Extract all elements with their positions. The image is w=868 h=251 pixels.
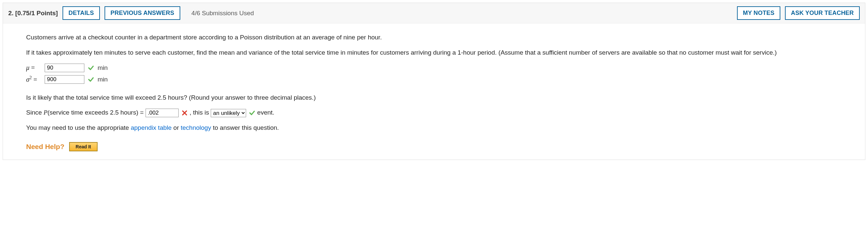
check-icon	[88, 64, 94, 71]
question-body: Customers arrive at a checkout counter i…	[3, 24, 865, 160]
variance-row: σ2 = min	[26, 75, 842, 84]
question-container: 2. [0.75/1 Points] DETAILS PREVIOUS ANSW…	[3, 3, 865, 160]
intro-text: Customers arrive at a checkout counter i…	[26, 33, 842, 42]
technology-link[interactable]: technology	[181, 124, 211, 131]
part1-text: If it takes approximately ten minutes to…	[26, 48, 842, 57]
appendix-note: You may need to use the appropriate appe…	[26, 123, 842, 133]
check-icon	[88, 76, 94, 83]
cross-icon	[181, 110, 188, 116]
ask-teacher-button[interactable]: ASK YOUR TEACHER	[785, 6, 860, 20]
probability-sentence: Since P(service time exceeds 2.5 hours) …	[26, 108, 842, 117]
read-it-button[interactable]: Read It	[69, 142, 98, 151]
need-help-label: Need Help?	[26, 142, 64, 152]
question-number-points: 2. [0.75/1 Points]	[8, 9, 58, 17]
appendix-table-link[interactable]: appendix table	[131, 124, 172, 131]
sigma-input[interactable]	[45, 75, 84, 84]
mu-label: μ =	[26, 63, 41, 73]
sigma-label: σ2 =	[26, 75, 41, 84]
details-button[interactable]: DETAILS	[63, 6, 100, 20]
check-icon	[249, 110, 255, 116]
mu-input[interactable]	[45, 63, 84, 72]
previous-answers-button[interactable]: PREVIOUS ANSWERS	[104, 6, 180, 20]
since-text: Since P(service time exceeds 2.5 hours) …	[26, 109, 146, 116]
after-prob-text: , this is	[190, 109, 211, 116]
question-header: 2. [0.75/1 Points] DETAILS PREVIOUS ANSW…	[3, 3, 865, 24]
help-row: Need Help? Read It	[26, 142, 842, 152]
mean-row: μ = min	[26, 63, 842, 73]
my-notes-button[interactable]: MY NOTES	[737, 6, 780, 20]
submissions-used: 4/6 Submissions Used	[191, 9, 254, 17]
event-text: event.	[257, 109, 275, 116]
likelihood-dropdown[interactable]: an unlikely	[211, 109, 246, 117]
unit-min: min	[98, 75, 108, 84]
probability-input[interactable]	[146, 109, 179, 117]
part2-text: Is it likely that the total service time…	[26, 93, 842, 102]
unit-min: min	[98, 63, 108, 73]
